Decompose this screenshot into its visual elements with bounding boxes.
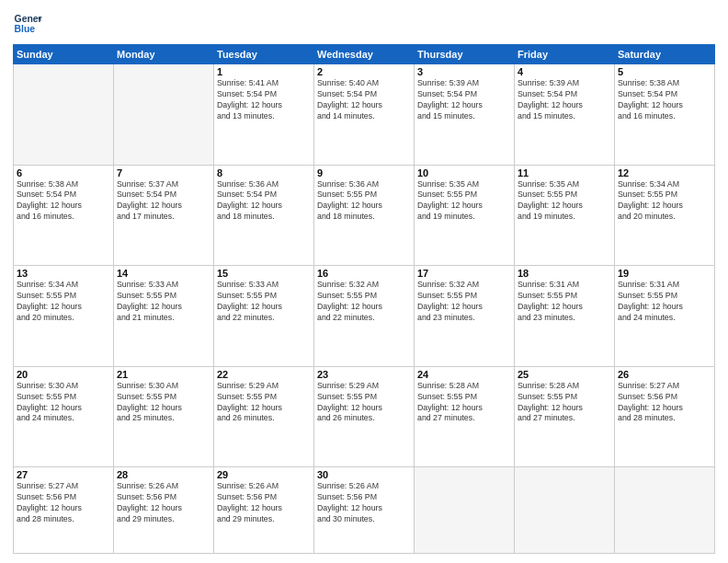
calendar-table: SundayMondayTuesdayWednesdayThursdayFrid… — [13, 44, 715, 554]
calendar-cell: 29Sunrise: 5:26 AM Sunset: 5:56 PM Dayli… — [214, 467, 314, 554]
calendar-week-row: 20Sunrise: 5:30 AM Sunset: 5:55 PM Dayli… — [14, 366, 715, 467]
svg-text:Blue: Blue — [15, 24, 36, 34]
day-info: Sunrise: 5:35 AM Sunset: 5:55 PM Dayligh… — [417, 179, 511, 224]
day-number: 10 — [417, 167, 511, 178]
calendar-cell: 12Sunrise: 5:34 AM Sunset: 5:55 PM Dayli… — [615, 165, 715, 266]
calendar-cell: 2Sunrise: 5:40 AM Sunset: 5:54 PM Daylig… — [314, 64, 415, 166]
calendar-header-row: SundayMondayTuesdayWednesdayThursdayFrid… — [14, 45, 715, 64]
calendar-cell: 27Sunrise: 5:27 AM Sunset: 5:56 PM Dayli… — [14, 467, 114, 554]
day-number: 20 — [17, 369, 110, 380]
weekday-header-sunday: Sunday — [14, 45, 114, 64]
day-number: 17 — [417, 268, 511, 279]
svg-text:General: General — [15, 14, 42, 24]
day-info: Sunrise: 5:38 AM Sunset: 5:54 PM Dayligh… — [17, 179, 110, 224]
weekday-header-friday: Friday — [515, 45, 615, 64]
calendar-cell: 8Sunrise: 5:36 AM Sunset: 5:54 PM Daylig… — [214, 165, 314, 266]
calendar-cell: 16Sunrise: 5:32 AM Sunset: 5:55 PM Dayli… — [314, 266, 415, 367]
day-number: 28 — [117, 469, 210, 480]
day-info: Sunrise: 5:33 AM Sunset: 5:55 PM Dayligh… — [217, 280, 311, 324]
calendar-cell: 9Sunrise: 5:36 AM Sunset: 5:55 PM Daylig… — [314, 165, 415, 266]
day-info: Sunrise: 5:35 AM Sunset: 5:55 PM Dayligh… — [518, 179, 611, 224]
day-info: Sunrise: 5:26 AM Sunset: 5:56 PM Dayligh… — [217, 481, 311, 525]
weekday-header-thursday: Thursday — [415, 45, 515, 64]
logo: General Blue — [13, 9, 42, 39]
day-info: Sunrise: 5:34 AM Sunset: 5:55 PM Dayligh… — [17, 280, 110, 324]
day-info: Sunrise: 5:29 AM Sunset: 5:55 PM Dayligh… — [317, 381, 411, 425]
day-number: 15 — [217, 268, 311, 279]
day-number: 16 — [317, 268, 411, 279]
calendar-cell: 28Sunrise: 5:26 AM Sunset: 5:56 PM Dayli… — [114, 467, 214, 554]
calendar-cell — [515, 467, 615, 554]
day-info: Sunrise: 5:26 AM Sunset: 5:56 PM Dayligh… — [317, 481, 411, 525]
calendar-week-row: 6Sunrise: 5:38 AM Sunset: 5:54 PM Daylig… — [14, 165, 715, 266]
weekday-header-wednesday: Wednesday — [314, 45, 415, 64]
day-number: 6 — [17, 167, 110, 178]
day-info: Sunrise: 5:37 AM Sunset: 5:54 PM Dayligh… — [117, 179, 210, 224]
day-number: 26 — [618, 369, 711, 380]
day-info: Sunrise: 5:33 AM Sunset: 5:55 PM Dayligh… — [117, 280, 210, 324]
calendar-cell: 25Sunrise: 5:28 AM Sunset: 5:55 PM Dayli… — [515, 366, 615, 467]
day-number: 18 — [518, 268, 611, 279]
calendar-cell — [415, 467, 515, 554]
calendar-cell: 26Sunrise: 5:27 AM Sunset: 5:56 PM Dayli… — [615, 366, 715, 467]
calendar-cell: 6Sunrise: 5:38 AM Sunset: 5:54 PM Daylig… — [14, 165, 114, 266]
day-info: Sunrise: 5:31 AM Sunset: 5:55 PM Dayligh… — [518, 280, 611, 324]
day-info: Sunrise: 5:32 AM Sunset: 5:55 PM Dayligh… — [417, 280, 511, 324]
weekday-header-saturday: Saturday — [615, 45, 715, 64]
day-info: Sunrise: 5:36 AM Sunset: 5:55 PM Dayligh… — [317, 179, 411, 224]
day-info: Sunrise: 5:30 AM Sunset: 5:55 PM Dayligh… — [117, 381, 210, 425]
weekday-header-monday: Monday — [114, 45, 214, 64]
day-info: Sunrise: 5:28 AM Sunset: 5:55 PM Dayligh… — [417, 381, 511, 425]
header: General Blue — [13, 9, 715, 39]
logo-icon: General Blue — [13, 9, 42, 39]
calendar-cell — [14, 64, 114, 166]
day-number: 27 — [17, 469, 110, 480]
day-number: 30 — [317, 469, 411, 480]
calendar-cell: 23Sunrise: 5:29 AM Sunset: 5:55 PM Dayli… — [314, 366, 415, 467]
day-number: 19 — [618, 268, 711, 279]
calendar-cell: 10Sunrise: 5:35 AM Sunset: 5:55 PM Dayli… — [415, 165, 515, 266]
calendar-cell: 19Sunrise: 5:31 AM Sunset: 5:55 PM Dayli… — [615, 266, 715, 367]
day-number: 13 — [17, 268, 110, 279]
day-number: 7 — [117, 167, 210, 178]
day-number: 21 — [117, 369, 210, 380]
calendar-cell: 14Sunrise: 5:33 AM Sunset: 5:55 PM Dayli… — [114, 266, 214, 367]
day-number: 5 — [618, 66, 711, 77]
calendar-cell — [615, 467, 715, 554]
day-number: 22 — [217, 369, 311, 380]
calendar-cell: 20Sunrise: 5:30 AM Sunset: 5:55 PM Dayli… — [14, 366, 114, 467]
calendar-cell: 7Sunrise: 5:37 AM Sunset: 5:54 PM Daylig… — [114, 165, 214, 266]
calendar-cell: 18Sunrise: 5:31 AM Sunset: 5:55 PM Dayli… — [515, 266, 615, 367]
day-info: Sunrise: 5:40 AM Sunset: 5:54 PM Dayligh… — [317, 78, 411, 122]
day-info: Sunrise: 5:28 AM Sunset: 5:55 PM Dayligh… — [518, 381, 611, 425]
day-info: Sunrise: 5:36 AM Sunset: 5:54 PM Dayligh… — [217, 179, 311, 224]
calendar-week-row: 1Sunrise: 5:41 AM Sunset: 5:54 PM Daylig… — [14, 64, 715, 166]
calendar-cell: 11Sunrise: 5:35 AM Sunset: 5:55 PM Dayli… — [515, 165, 615, 266]
calendar-cell: 4Sunrise: 5:39 AM Sunset: 5:54 PM Daylig… — [515, 64, 615, 166]
calendar-cell: 13Sunrise: 5:34 AM Sunset: 5:55 PM Dayli… — [14, 266, 114, 367]
day-number: 14 — [117, 268, 210, 279]
calendar-cell: 24Sunrise: 5:28 AM Sunset: 5:55 PM Dayli… — [415, 366, 515, 467]
day-info: Sunrise: 5:39 AM Sunset: 5:54 PM Dayligh… — [518, 78, 611, 122]
day-info: Sunrise: 5:38 AM Sunset: 5:54 PM Dayligh… — [618, 78, 711, 122]
calendar-cell: 5Sunrise: 5:38 AM Sunset: 5:54 PM Daylig… — [615, 64, 715, 166]
day-info: Sunrise: 5:27 AM Sunset: 5:56 PM Dayligh… — [618, 381, 711, 425]
day-number: 11 — [518, 167, 611, 178]
day-number: 8 — [217, 167, 311, 178]
day-number: 3 — [417, 66, 511, 77]
calendar-cell: 17Sunrise: 5:32 AM Sunset: 5:55 PM Dayli… — [415, 266, 515, 367]
calendar-cell: 21Sunrise: 5:30 AM Sunset: 5:55 PM Dayli… — [114, 366, 214, 467]
day-number: 9 — [317, 167, 411, 178]
calendar-cell: 15Sunrise: 5:33 AM Sunset: 5:55 PM Dayli… — [214, 266, 314, 367]
calendar-cell: 3Sunrise: 5:39 AM Sunset: 5:54 PM Daylig… — [415, 64, 515, 166]
day-info: Sunrise: 5:31 AM Sunset: 5:55 PM Dayligh… — [618, 280, 711, 324]
weekday-header-tuesday: Tuesday — [214, 45, 314, 64]
day-info: Sunrise: 5:32 AM Sunset: 5:55 PM Dayligh… — [317, 280, 411, 324]
page: General Blue SundayMondayTuesdayWednesda… — [0, 0, 728, 563]
day-info: Sunrise: 5:29 AM Sunset: 5:55 PM Dayligh… — [217, 381, 311, 425]
day-info: Sunrise: 5:41 AM Sunset: 5:54 PM Dayligh… — [217, 78, 311, 122]
calendar-week-row: 27Sunrise: 5:27 AM Sunset: 5:56 PM Dayli… — [14, 467, 715, 554]
day-info: Sunrise: 5:34 AM Sunset: 5:55 PM Dayligh… — [618, 179, 711, 224]
calendar-cell: 1Sunrise: 5:41 AM Sunset: 5:54 PM Daylig… — [214, 64, 314, 166]
day-number: 4 — [518, 66, 611, 77]
